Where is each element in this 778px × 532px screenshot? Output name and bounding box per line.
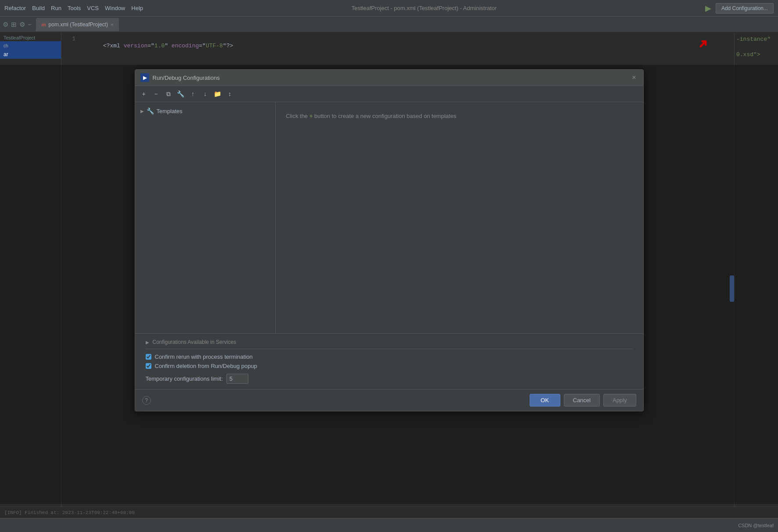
dialog-overlay: ▶ Run/Debug Configurations × + − ⧉ 🔧 ↑ ↓…	[0, 65, 778, 504]
checkbox-row-2: Confirm deletion from Run/Debug popup	[146, 363, 633, 369]
menu-tools[interactable]: Tools	[68, 5, 81, 11]
ok-button[interactable]: OK	[530, 394, 560, 407]
menu-bar[interactable]: Refactor Build Run Tools VCS Window Help	[4, 5, 143, 11]
menu-vcs[interactable]: VCS	[87, 5, 99, 11]
templates-label: Templates	[157, 108, 183, 114]
title-bar: Refactor Build Run Tools VCS Window Help…	[0, 0, 778, 17]
temp-config-row: Temporary configurations limit:	[146, 374, 633, 384]
dialog-footer: ? OK Cancel Apply	[135, 389, 643, 411]
copy-config-toolbar-btn[interactable]: ⧉	[163, 89, 174, 99]
run-debug-dialog: ▶ Run/Debug Configurations × + − ⧉ 🔧 ↑ ↓…	[135, 69, 644, 411]
confirm-deletion-checkbox[interactable]	[146, 363, 151, 369]
dialog-title-bar: ▶ Run/Debug Configurations ×	[135, 70, 643, 86]
tree-expand-arrow[interactable]: ▶	[140, 109, 144, 114]
apply-button[interactable]: Apply	[603, 394, 636, 407]
wrench-toolbar-btn[interactable]: 🔧	[176, 89, 186, 99]
menu-refactor[interactable]: Refactor	[4, 5, 26, 11]
sort-toolbar-btn[interactable]: ↕	[225, 89, 235, 99]
add-config-toolbar-btn[interactable]: +	[139, 89, 149, 99]
plus-hint-icon: +	[309, 113, 313, 119]
gear-icon[interactable]: ⚙	[19, 21, 25, 29]
menu-window[interactable]: Window	[105, 5, 125, 11]
dialog-hint-panel: Click the + button to create a new confi…	[276, 102, 643, 333]
templates-tree-item[interactable]: ▶ 🔧 Templates	[135, 106, 275, 116]
run-icon: ▶	[705, 4, 711, 13]
remove-config-toolbar-btn[interactable]: −	[151, 89, 161, 99]
log-text: [INFO] Finished at: 2023-11-23T09:22:40+…	[4, 510, 135, 515]
tab-bar-icons: ⚙ ⊞ ⚙ −	[3, 21, 32, 29]
minimize-icon[interactable]: −	[28, 21, 32, 29]
line-numbers: 1	[61, 36, 79, 42]
confirm-rerun-label: Confirm rerun with process termination	[155, 353, 253, 360]
confirm-deletion-label: Confirm deletion from Run/Debug popup	[155, 363, 257, 369]
tab-bar: ⚙ ⊞ ⚙ − m pom.xml (TestleafProject) ×	[0, 17, 778, 32]
config-section-label: Configurations Available in Services	[153, 339, 237, 345]
temp-config-input[interactable]	[226, 374, 248, 384]
code-content[interactable]: <?xml version="1.0" encoding="UTF-8"?>	[82, 36, 233, 56]
dialog-toolbar: + − ⧉ 🔧 ↑ ↓ 📁 ↕	[135, 86, 643, 102]
window-title: TestleafProject - pom.xml (TestleafProje…	[143, 5, 705, 11]
maven-icon: m	[42, 22, 46, 27]
pom-xml-tab[interactable]: m pom.xml (TestleafProject) ×	[36, 18, 119, 31]
dialog-icon: ▶	[140, 73, 149, 82]
cancel-button[interactable]: Cancel	[564, 394, 600, 407]
tab-close-icon[interactable]: ×	[111, 22, 113, 27]
project-item-2[interactable]: ar	[0, 50, 61, 59]
temp-config-limit-label: Temporary configurations limit:	[146, 375, 223, 382]
add-configuration-button[interactable]: Add Configuration...	[716, 3, 774, 14]
config-section-arrow: ▶	[146, 340, 149, 345]
project-item-active[interactable]: ch	[0, 41, 61, 50]
menu-build[interactable]: Build	[32, 5, 45, 11]
folder-toolbar-btn[interactable]: 📁	[212, 89, 223, 99]
dialog-hint-text: Click the + button to create a new confi…	[286, 113, 633, 119]
csdn-watermark: CSDN @testleaf	[738, 523, 774, 528]
menu-run[interactable]: Run	[51, 5, 61, 11]
configurations-available-section[interactable]: ▶ Configurations Available in Services	[146, 339, 633, 345]
dialog-bottom-section: ▶ Configurations Available in Services C…	[135, 333, 643, 389]
confirm-rerun-checkbox[interactable]	[146, 354, 151, 360]
menu-help[interactable]: Help	[131, 5, 143, 11]
project-label: TestleafProject	[0, 34, 61, 41]
status-bar: CSDN @testleaf	[0, 518, 778, 532]
status-info: CSDN @testleaf	[738, 523, 774, 528]
dialog-title: Run/Debug Configurations	[153, 75, 631, 81]
dialog-close-button[interactable]: ×	[630, 73, 638, 82]
settings-icon[interactable]: ⚙	[3, 21, 8, 29]
dialog-body: ▶ 🔧 Templates Click the + button to crea…	[135, 102, 643, 333]
dialog-tree-panel: ▶ 🔧 Templates	[135, 102, 276, 333]
checkbox-row-1: Confirm rerun with process termination	[146, 353, 633, 360]
move-down-toolbar-btn[interactable]: ↓	[200, 89, 211, 99]
split-icon[interactable]: ⊞	[11, 21, 17, 29]
wrench-tree-icon: 🔧	[147, 107, 154, 114]
tab-label: pom.xml (TestleafProject)	[49, 21, 108, 28]
help-button[interactable]: ?	[142, 396, 151, 405]
log-bar: [INFO] Finished at: 2023-11-23T09:22:40+…	[0, 507, 778, 518]
move-up-toolbar-btn[interactable]: ↑	[188, 89, 198, 99]
